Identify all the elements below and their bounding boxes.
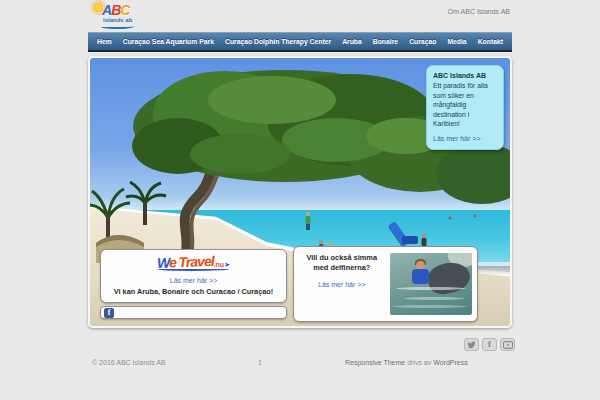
about-link[interactable]: Om ABC Islands AB [448, 8, 510, 15]
nav-item-hem[interactable]: Hem [97, 38, 112, 45]
info-box-text: Ett paradis för alla som söker en mångfa… [433, 81, 497, 129]
footer-copyright: © 2016 ABC Islands AB [92, 359, 166, 366]
nav-item-kontakt[interactable]: Kontakt [478, 38, 503, 45]
dolphin-card: Vill du också simma med delfinerna? Läs … [293, 246, 478, 322]
logo-subtitle: islands ab [103, 17, 173, 23]
site-logo[interactable]: ABC islands ab [93, 2, 163, 31]
facebook-footer-icon[interactable]: f [482, 338, 497, 351]
youtube-icon[interactable] [500, 338, 515, 351]
nav-item-media[interactable]: Media [447, 38, 466, 45]
twitter-icon[interactable] [464, 338, 479, 351]
info-box-title: ABC Islands AB [433, 72, 497, 79]
logo-abc-text: ABC [102, 2, 129, 18]
wetravel-read-more-link[interactable]: Läs mer här >> [101, 277, 286, 284]
wetravel-logo[interactable]: We Travel.nu➤ [101, 253, 286, 273]
hero-info-box: ABC Islands AB Ett paradis för alla som … [426, 65, 504, 150]
theme-link[interactable]: Responsive Theme [345, 359, 405, 366]
dolphin-card-title: Vill du också simma med delfinerna? [299, 253, 384, 273]
wetravel-tagline: Vi kan Aruba, Bonaire och Curacao / Cura… [101, 287, 286, 296]
wave-icon [101, 24, 135, 29]
nav-item-bonaire[interactable]: Bonaire [373, 38, 398, 45]
page: ABC islands ab Om ABC Islands AB Hem Cur… [0, 0, 600, 400]
info-box-read-more-link[interactable]: Läs mer här >> [433, 135, 497, 142]
nav-item-sea-aquarium[interactable]: Curaçao Sea Aquarium Park [123, 38, 214, 45]
footer-social-icons: f [464, 338, 515, 351]
nav-item-dolphin-therapy[interactable]: Curaçao Dolphin Therapy Center [225, 38, 331, 45]
facebook-bar: f [100, 306, 287, 319]
dolphin-read-more-link[interactable]: Läs mer här >> [299, 281, 384, 288]
footer-page-number: 1 [258, 359, 262, 366]
dolphin-photo [390, 253, 472, 315]
nav-item-aruba[interactable]: Aruba [342, 38, 362, 45]
wetravel-card: We Travel.nu➤ Läs mer här >> Vi kan Arub… [100, 249, 287, 303]
facebook-icon[interactable]: f [104, 308, 114, 318]
wordpress-link[interactable]: WordPress [433, 359, 468, 366]
footer-theme-credit: Responsive Theme drivs av WordPress [345, 359, 468, 366]
nav-item-curacao[interactable]: Curaçao [409, 38, 436, 45]
main-navigation: Hem Curaçao Sea Aquarium Park Curaçao Do… [88, 32, 512, 52]
